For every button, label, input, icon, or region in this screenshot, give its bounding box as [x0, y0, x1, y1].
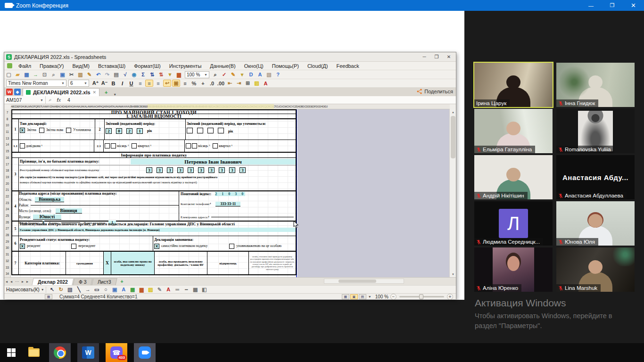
resident-option-checkbox[interactable]: X: [20, 244, 25, 249]
docer-icon[interactable]: D: [247, 71, 255, 78]
regnum-digit-box[interactable]: 3: [157, 167, 163, 173]
chrome-button[interactable]: [49, 343, 71, 362]
maximize-button[interactable]: ❐: [602, 0, 623, 11]
sort-asc-icon[interactable]: ⇅: [148, 71, 156, 78]
resident-option[interactable]: нерезидент: [71, 244, 95, 249]
uyear-digit-box[interactable]: [207, 128, 214, 133]
decl-type-option-checkbox[interactable]: [66, 128, 71, 133]
hscroll-thumb[interactable]: [339, 280, 376, 283]
rotate-icon[interactable]: ↻: [57, 286, 65, 293]
font-color-icon[interactable]: A: [262, 80, 270, 87]
row-header[interactable]: 19: [4, 174, 10, 181]
filter-icon[interactable]: ▼: [166, 71, 174, 78]
add-sheet-button[interactable]: +: [117, 279, 127, 284]
resident-option-checkbox[interactable]: [71, 244, 76, 249]
formula-icon[interactable]: √: [121, 71, 129, 78]
row-header[interactable]: 32: [4, 258, 10, 264]
viber-button[interactable]: ☎ 433: [106, 343, 127, 362]
view-dropdown[interactable]: ▼: [368, 295, 372, 298]
page-layout-view-icon[interactable]: ▤: [359, 294, 366, 299]
sheet-tab[interactable]: Ф 3: [73, 278, 92, 285]
regnum-digit-box[interactable]: 3: [229, 167, 235, 173]
merge-center-icon[interactable]: ▣: [172, 80, 180, 87]
regnum-digits[interactable]: 3333333333: [146, 167, 250, 173]
row-headers[interactable]: 7810111314151617181920212223242526272829…: [4, 109, 11, 277]
horizontal-scrollbar[interactable]: [324, 279, 404, 284]
first-sheet-icon[interactable]: ◂: [4, 280, 9, 284]
copy-icon[interactable]: ▣: [58, 71, 66, 78]
spellcheck-icon[interactable]: ✓: [220, 71, 228, 78]
threed-icon[interactable]: ◧: [200, 286, 208, 293]
cart-icon[interactable]: ▾: [238, 71, 246, 78]
page-break-view-icon[interactable]: ▣: [350, 294, 358, 299]
font-select[interactable]: Times New Roman▼: [6, 80, 66, 87]
row-header[interactable]: 13: [4, 135, 10, 142]
percent-icon[interactable]: %: [190, 80, 198, 87]
menu-item[interactable]: Окно(Ц): [240, 63, 268, 69]
next-sheet-icon[interactable]: ▸: [20, 280, 25, 284]
bold-icon[interactable]: B: [109, 80, 117, 87]
redo-icon[interactable]: ↷: [103, 71, 111, 78]
scrollbar-thumb[interactable]: [451, 116, 455, 158]
outside-print-area[interactable]: [297, 109, 450, 277]
participant-tile[interactable]: ЛЛюдмила Середницк...: [474, 201, 553, 246]
uyear-digit-box[interactable]: [197, 128, 203, 133]
align-center-icon[interactable]: ≡: [145, 80, 153, 87]
grow-font-icon[interactable]: A⁺: [91, 80, 99, 87]
italic-icon[interactable]: I: [118, 80, 126, 87]
fx-icon[interactable]: fx: [57, 98, 61, 103]
year-digit-box[interactable]: 0: [116, 128, 122, 134]
row-header[interactable]: 8: [4, 116, 10, 123]
row-header[interactable]: 15: [4, 148, 10, 155]
decl-type-option-checkbox[interactable]: X: [20, 128, 25, 133]
textbox-icon[interactable]: ▣: [111, 286, 119, 293]
skin-icon[interactable]: ▧: [265, 71, 273, 78]
row-header[interactable]: 27: [4, 225, 10, 232]
zoom-select[interactable]: 100 %▼: [185, 71, 209, 78]
sheet-restore-button[interactable]: ❐: [430, 53, 443, 61]
row-header[interactable]: 7: [4, 109, 10, 116]
city-value[interactable]: Вінниця: [56, 208, 82, 214]
row-header[interactable]: 25: [4, 213, 10, 219]
sheet-tab[interactable]: Лист3: [91, 278, 117, 285]
filledby-option-checkbox[interactable]: X: [154, 244, 159, 249]
wps-writer-icon[interactable]: W: [6, 89, 13, 95]
draw-select-icon[interactable]: ↖: [48, 286, 56, 293]
zoom-in-button[interactable]: +: [447, 294, 453, 300]
participant-tile[interactable]: Аліна Юренко: [474, 247, 553, 292]
row-header[interactable]: 14: [4, 141, 10, 148]
formula-value[interactable]: 4: [67, 97, 70, 103]
year-digit-box[interactable]: 2: [106, 128, 112, 134]
inc-decimal-icon[interactable]: .0: [208, 80, 216, 87]
rect-icon[interactable]: ▭: [93, 286, 101, 293]
undo-icon[interactable]: ↶: [94, 71, 102, 78]
rayon-value[interactable]: [31, 205, 179, 206]
decl-type-option[interactable]: Звітна нова: [39, 128, 63, 133]
regnum-digit-box[interactable]: 3: [167, 167, 173, 173]
sort-desc-icon[interactable]: ⇅: [157, 71, 165, 78]
resident-option[interactable]: X резидент: [20, 244, 40, 249]
menu-item[interactable]: Правка(У): [35, 63, 68, 69]
postal-value[interactable]: 2 1 0 3 0: [215, 192, 245, 196]
row-header[interactable]: 11: [4, 129, 10, 135]
format-painter-icon[interactable]: ✎: [85, 71, 93, 78]
quarter-checkbox[interactable]: [213, 143, 218, 148]
file-explorer-button[interactable]: [23, 343, 45, 362]
align-left-icon[interactable]: ≡: [136, 80, 144, 87]
row-header[interactable]: 17: [4, 161, 10, 168]
ink-icon[interactable]: ✎: [229, 71, 237, 78]
normal-view-icon[interactable]: ▦: [342, 294, 349, 299]
minimize-button[interactable]: —: [580, 0, 602, 11]
regnum-digit-box[interactable]: 3: [219, 167, 225, 173]
row-header[interactable]: 33: [4, 264, 10, 271]
table-style-icon[interactable]: ▤: [112, 71, 120, 78]
new-tab-button[interactable]: +: [101, 89, 111, 96]
spreadsheet-titlebar[interactable]: S ДЕКЛАРАЦИЯ 2022.xls - Spreadsheets ─ ❐…: [4, 52, 456, 62]
month-checkbox[interactable]: [105, 143, 110, 148]
month-checkbox[interactable]: [192, 143, 197, 148]
oblast-value[interactable]: Вінницька: [35, 197, 64, 202]
filledby-option[interactable]: уповноваженою на це особою: [229, 244, 281, 249]
row-header[interactable]: 26: [4, 219, 10, 226]
dec-decimal-icon[interactable]: .00: [217, 80, 225, 87]
uyear-digit-box[interactable]: [187, 128, 193, 133]
